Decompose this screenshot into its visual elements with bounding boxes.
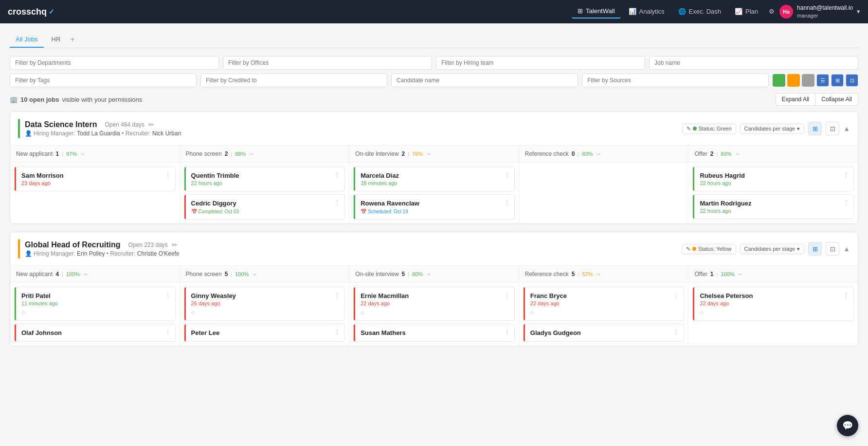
stage-body-0-2: Marcela Diaz 18 minutes ago ⋮ Rowena Rav… [349,163,519,223]
chart-view-btn[interactable]: ⊡ [846,74,858,87]
candidate-card-0-1-1[interactable]: Cedric Diggory 📅 Completed: Oct 03 ⋮ [184,194,345,220]
status-dot-1 [692,247,696,251]
filter-candidate-name[interactable] [391,74,578,87]
candidate-options-0-4-0[interactable]: ⋮ [843,171,850,179]
filter-departments[interactable] [10,56,219,70]
candidate-options-1-1-0[interactable]: ⋮ [334,291,341,299]
stage-count-0-2: 2 [402,150,405,157]
candidate-card-0-2-0[interactable]: Marcela Diaz 18 minutes ago ⋮ [353,167,515,191]
candidate-options-1-2-1[interactable]: ⋮ [504,328,510,336]
status-text-0: Status: Green [699,126,732,131]
candidate-card-0-1-0[interactable]: Quentin Trimble 22 hours ago ⋮ [184,167,345,191]
candidate-options-1-0-0[interactable]: ⋮ [164,291,171,299]
stage-pct-1-4: 100% [721,271,734,277]
recruiter-1: Christie O'Keefe [137,250,180,257]
stage-name-1-0: New applicant [16,271,53,278]
candidate-card-1-1-0[interactable]: Ginny Weasley 26 days ago ◇ ⋮ [184,287,345,321]
talentwall-icon: ⊞ [578,7,583,15]
add-tab-button[interactable]: + [68,31,76,48]
logo[interactable]: crosschq✓ [8,7,54,17]
candidate-options-0-4-1[interactable]: ⋮ [843,199,850,206]
chart-icon-btn-0[interactable]: ⊡ [826,122,839,135]
candidate-options-1-0-1[interactable]: ⋮ [164,328,171,336]
chevron-down-icon: ▾ [857,8,860,15]
candidate-options-1-3-0[interactable]: ⋮ [673,291,680,299]
candidate-card-0-4-0[interactable]: Rubeus Hagrid 22 hours ago ⋮ [692,167,854,191]
candidate-card-1-1-1[interactable]: Peter Lee ⋮ [184,324,345,342]
edit-icon-1[interactable]: ✏ [172,241,178,249]
candidate-bar-0-4-0 [693,167,694,191]
stage-select-0[interactable]: Candidates per stage ▾ [740,124,805,134]
candidate-card-0-2-1[interactable]: Rowena Ravenclaw 📅 Scheduled: Oct 19 ⋮ [353,194,515,220]
candidate-card-1-0-0[interactable]: Priti Patel 11 minutes ago ◇ ⋮ [14,287,176,321]
nav-analytics[interactable]: 📊 Analytics [623,5,670,18]
candidate-options-1-1-1[interactable]: ⋮ [334,328,341,336]
tab-hr[interactable]: HR [46,32,67,48]
stage-select-1[interactable]: Candidates per stage ▾ [740,244,805,254]
filter-tags[interactable] [10,74,197,87]
candidate-card-1-3-1[interactable]: Gladys Gudgeon ⋮ [523,324,685,342]
grid-view-btn[interactable]: ⊞ [831,74,844,87]
candidate-options-0-0-0[interactable]: ⋮ [164,171,171,179]
grid-icon-btn-0[interactable]: ⊞ [808,122,822,135]
status-badge-0[interactable]: ✎ Status: Green [682,124,736,134]
nav-plan[interactable]: 📈 Plan [729,5,764,18]
tabs: All Jobs HR + [10,31,858,48]
jobs-list: Data Science Intern Open 484 days ✏ 👤 Hi… [10,112,858,346]
user-name: hannah@talentwall.io [797,4,853,12]
filter-credited[interactable] [200,74,387,87]
stage-body-0-1: Quentin Trimble 22 hours ago ⋮ Cedric Di… [180,163,349,223]
collapse-job-btn-0[interactable]: ▲ [843,125,850,132]
candidate-options-0-1-1[interactable]: ⋮ [334,199,341,206]
collapse-job-btn-1[interactable]: ▲ [843,245,850,253]
candidate-card-0-0-0[interactable]: Sam Morrison 23 days ago ⋮ [14,167,176,191]
stage-body-0-0: Sam Morrison 23 days ago ⋮ [10,163,180,195]
collapse-all-button[interactable]: Collapse All [815,93,858,106]
candidate-options-0-1-0[interactable]: ⋮ [334,171,341,179]
stage-pct-1-1: 100% [235,271,249,277]
job-header-0: Data Science Intern Open 484 days ✏ 👤 Hi… [10,112,858,146]
candidate-name-1-1-1: Peter Lee [191,329,340,336]
yellow-filter-btn[interactable] [787,74,800,87]
candidate-time-1-3-0: 22 days ago [530,300,679,306]
job-info-0: Data Science Intern Open 484 days ✏ 👤 Hi… [25,120,181,137]
job-card-1: Global Head of Recruiting Open 223 days … [10,232,858,346]
filter-job-name[interactable] [649,56,858,70]
user-menu[interactable]: Ha hannah@talentwall.io manager ▾ [779,4,860,19]
filter-sources[interactable] [582,74,769,87]
top-navigation: crosschq✓ ⊞ TalentWall 📊 Analytics 🌐 Exe… [0,0,868,23]
stage-count-1-3: 5 [572,271,575,278]
candidate-options-1-4-0[interactable]: ⋮ [843,291,850,299]
stage-arrow-0-1: → [249,151,254,157]
candidate-options-0-2-1[interactable]: ⋮ [504,199,510,206]
status-badge-1[interactable]: ✎ Status: Yellow [682,244,736,254]
nav-talentwall[interactable]: ⊞ TalentWall [572,4,620,19]
filter-hiring-team[interactable] [436,56,645,70]
grid-icon-btn-1[interactable]: ⊞ [808,242,822,256]
candidate-options-0-2-0[interactable]: ⋮ [504,171,510,179]
stage-count-1-4: 1 [710,271,714,278]
list-view-btn[interactable]: ☰ [816,74,829,87]
candidate-name-0-4-0: Rubeus Hagrid [700,172,849,179]
candidate-options-1-2-0[interactable]: ⋮ [504,291,510,299]
filter-offices[interactable] [223,56,432,70]
candidate-card-0-4-1[interactable]: Martin Rodriguez 22 hours ago ⋮ [692,194,854,219]
edit-icon-0[interactable]: ✏ [148,121,154,129]
stage-body-0-3 [519,163,688,170]
candidate-card-1-2-0[interactable]: Ernie Macmillan 22 days ago ◇ ⋮ [353,287,515,321]
expand-all-button[interactable]: Expand All [776,93,816,106]
tab-all-jobs[interactable]: All Jobs [10,32,44,48]
grey-filter-btn[interactable] [802,74,814,87]
chart-icon-btn-1[interactable]: ⊡ [826,242,839,256]
stage-pct-0-4: 83% [721,151,731,157]
candidate-options-1-3-1[interactable]: ⋮ [673,328,680,336]
candidate-card-1-2-1[interactable]: Susan Mathers ⋮ [353,324,515,342]
nav-exec-dash[interactable]: 🌐 Exec. Dash [672,5,727,18]
analytics-icon: 📊 [629,8,636,15]
stage-pct-0-3: 83% [582,151,593,157]
candidate-card-1-4-0[interactable]: Chelsea Peterson 22 days ago ◇ ⋮ [692,287,854,321]
green-filter-btn[interactable] [773,74,785,87]
candidate-card-1-3-0[interactable]: Franc Bryce 22 days ago ◇ ⋮ [523,287,685,321]
candidate-card-1-0-1[interactable]: Olaf Johnson ⋮ [14,324,176,342]
settings-button[interactable]: ⚙ [766,5,778,18]
